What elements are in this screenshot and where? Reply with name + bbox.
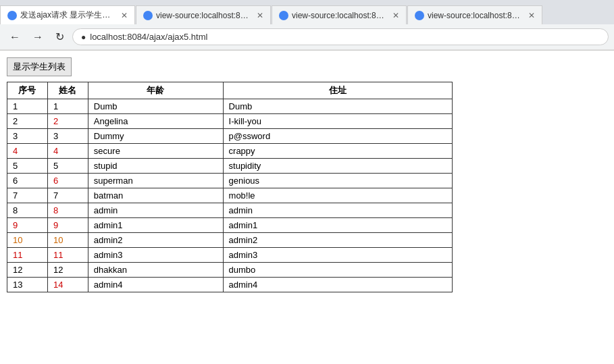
cell-age: Dumb bbox=[88, 99, 223, 114]
table-row: 11DumbDumb bbox=[7, 99, 453, 114]
cell-id: 7 bbox=[7, 188, 48, 203]
tab-close-1[interactable]: ✕ bbox=[121, 11, 128, 20]
cell-addr: crappy bbox=[223, 144, 452, 159]
cell-id: 2 bbox=[7, 114, 48, 129]
tab-3[interactable]: view-source:localhost:8084/aj... ✕ bbox=[272, 5, 407, 24]
forward-button[interactable]: → bbox=[28, 30, 47, 45]
tab-close-4[interactable]: ✕ bbox=[528, 11, 535, 20]
cell-age: stupid bbox=[88, 159, 223, 174]
cell-id: 12 bbox=[7, 263, 48, 278]
cell-id: 4 bbox=[7, 144, 48, 159]
cell-name: 8 bbox=[47, 203, 88, 218]
cell-id: 6 bbox=[7, 174, 48, 188]
cell-addr: p@ssword bbox=[223, 129, 452, 144]
tab-label-4: view-source:localhost:808... bbox=[428, 11, 523, 20]
col-header-name: 姓名 bbox=[47, 82, 88, 99]
cell-id: 8 bbox=[7, 203, 48, 218]
cell-id: 11 bbox=[7, 248, 48, 263]
cell-addr: Dumb bbox=[223, 99, 452, 114]
lock-icon: ● bbox=[81, 32, 86, 42]
table-row: 77batmanmob!le bbox=[7, 188, 453, 203]
cell-addr: mob!le bbox=[223, 188, 452, 203]
table-row: 33Dummyp@ssword bbox=[7, 129, 453, 144]
cell-addr: admin bbox=[223, 203, 452, 218]
cell-name: 6 bbox=[47, 174, 88, 188]
cell-age: admin3 bbox=[88, 248, 223, 263]
tab-close-2[interactable]: ✕ bbox=[257, 11, 263, 20]
cell-addr: stupidity bbox=[223, 159, 452, 174]
tab-favicon-3 bbox=[279, 11, 288, 20]
table-row: 88adminadmin bbox=[7, 203, 453, 218]
table-row: 55stupidstupidity bbox=[7, 159, 453, 174]
tab-bar: 发送ajax请求 显示学生列表 ✕ view-source:localhost:… bbox=[0, 0, 614, 24]
tab-1[interactable]: 发送ajax请求 显示学生列表 ✕ bbox=[0, 5, 135, 24]
refresh-button[interactable]: ↻ bbox=[51, 29, 68, 45]
cell-age: admin4 bbox=[88, 278, 223, 292]
cell-age: admin2 bbox=[88, 233, 223, 248]
table-body: 11DumbDumb22AngelinaI-kill-you33Dummyp@s… bbox=[7, 99, 453, 292]
table-row: 99admin1admin1 bbox=[7, 218, 453, 233]
table-row: 44securecrappy bbox=[7, 144, 453, 159]
cell-age: Dummy bbox=[88, 129, 223, 144]
cell-age: secure bbox=[88, 144, 223, 159]
tab-2[interactable]: view-source:localhost:8084/aj... ✕ bbox=[136, 5, 271, 24]
cell-addr: genious bbox=[223, 174, 452, 188]
students-table: 序号 姓名 年龄 住址 11DumbDumb22AngelinaI-kill-y… bbox=[7, 82, 453, 292]
cell-age: superman bbox=[88, 174, 223, 188]
table-row: 1314admin4admin4 bbox=[7, 278, 453, 292]
cell-id: 10 bbox=[7, 233, 48, 248]
tab-label-1: 发送ajax请求 显示学生列表 bbox=[20, 9, 116, 21]
cell-name: 7 bbox=[47, 188, 88, 203]
table-row: 1010admin2admin2 bbox=[7, 233, 453, 248]
cell-id: 13 bbox=[7, 278, 48, 292]
cell-age: admin1 bbox=[88, 218, 223, 233]
cell-addr: admin1 bbox=[223, 218, 452, 233]
cell-name: 10 bbox=[47, 233, 88, 248]
col-header-addr: 住址 bbox=[223, 82, 452, 99]
cell-name: 14 bbox=[47, 278, 88, 292]
cell-addr: dumbo bbox=[223, 263, 452, 278]
cell-addr: admin4 bbox=[223, 278, 452, 292]
cell-name: 2 bbox=[47, 114, 88, 129]
back-button[interactable]: ← bbox=[5, 30, 24, 45]
page-content: 显示学生列表 序号 姓名 年龄 住址 11DumbDumb22AngelinaI… bbox=[0, 51, 614, 299]
cell-id: 9 bbox=[7, 218, 48, 233]
address-bar[interactable]: ● localhost:8084/ajax/ajax5.html bbox=[72, 28, 609, 45]
nav-bar: ← → ↻ ● localhost:8084/ajax/ajax5.html bbox=[0, 24, 614, 50]
tab-4[interactable]: view-source:localhost:808... ✕ bbox=[407, 5, 542, 24]
col-header-id: 序号 bbox=[7, 82, 48, 99]
cell-addr: admin2 bbox=[223, 233, 452, 248]
cell-name: 11 bbox=[47, 248, 88, 263]
tab-favicon-4 bbox=[415, 11, 424, 20]
table-row: 66supermangenious bbox=[7, 174, 453, 188]
col-header-age: 年龄 bbox=[88, 82, 223, 99]
cell-age: dhakkan bbox=[88, 263, 223, 278]
tab-label-2: view-source:localhost:8084/aj... bbox=[156, 11, 251, 20]
browser-chrome: 发送ajax请求 显示学生列表 ✕ view-source:localhost:… bbox=[0, 0, 614, 51]
cell-age: admin bbox=[88, 203, 223, 218]
address-text: localhost:8084/ajax/ajax5.html bbox=[90, 32, 600, 42]
table-header-row: 序号 姓名 年龄 住址 bbox=[7, 82, 453, 99]
cell-id: 5 bbox=[7, 159, 48, 174]
tab-label-3: view-source:localhost:8084/aj... bbox=[292, 11, 387, 20]
table-row: 1212dhakkandumbo bbox=[7, 263, 453, 278]
cell-name: 5 bbox=[47, 159, 88, 174]
tab-favicon-1 bbox=[7, 11, 17, 20]
show-students-button[interactable]: 显示学生列表 bbox=[7, 57, 72, 76]
tab-favicon-2 bbox=[143, 11, 153, 20]
cell-addr: I-kill-you bbox=[223, 114, 452, 129]
cell-name: 1 bbox=[47, 99, 88, 114]
cell-age: batman bbox=[88, 188, 223, 203]
cell-age: Angelina bbox=[88, 114, 223, 129]
tab-close-3[interactable]: ✕ bbox=[392, 11, 399, 20]
cell-name: 3 bbox=[47, 129, 88, 144]
cell-name: 12 bbox=[47, 263, 88, 278]
cell-addr: admin3 bbox=[223, 248, 452, 263]
cell-id: 1 bbox=[7, 99, 48, 114]
table-row: 1111admin3admin3 bbox=[7, 248, 453, 263]
cell-id: 3 bbox=[7, 129, 48, 144]
table-row: 22AngelinaI-kill-you bbox=[7, 114, 453, 129]
cell-name: 4 bbox=[47, 144, 88, 159]
cell-name: 9 bbox=[47, 218, 88, 233]
